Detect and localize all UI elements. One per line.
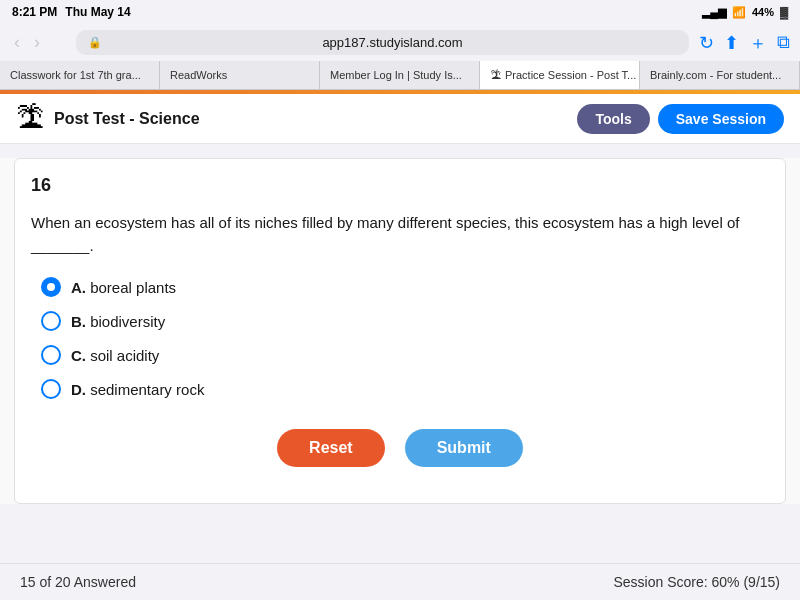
radio-a[interactable] (41, 277, 61, 297)
battery-icon: ▓ (780, 6, 788, 18)
footer: 15 of 20 Answered Session Score: 60% (9/… (0, 563, 800, 600)
lock-icon: 🔒 (88, 36, 102, 49)
share-button[interactable]: ⬆ (724, 32, 739, 54)
status-bar: 8:21 PM Thu May 14 ▂▄▆ 📶 44% ▓ (0, 0, 800, 24)
reader-mode-button[interactable] (54, 41, 66, 45)
option-d-text: sedimentary rock (90, 381, 204, 398)
signal-icon: ▂▄▆ (702, 6, 726, 19)
reload-button[interactable]: ↻ (699, 32, 714, 54)
tabs-bar: Classwork for 1st 7th gra... ReadWorks M… (0, 61, 800, 90)
tab-brainly[interactable]: Brainly.com - For student... (640, 61, 800, 89)
back-button[interactable]: ‹ (10, 30, 24, 55)
option-c-text: soil acidity (90, 347, 159, 364)
question-text: When an ecosystem has all of its niches … (31, 212, 769, 257)
reset-button[interactable]: Reset (277, 429, 385, 467)
tab-favicon-practice: 🏝 (490, 69, 501, 81)
wifi-icon: 📶 (732, 6, 746, 19)
option-b-text: biodiversity (90, 313, 165, 330)
option-d[interactable]: D. sedimentary rock (41, 379, 769, 399)
submit-button[interactable]: Submit (405, 429, 523, 467)
options-list: A. boreal plants B. biodiversity C. soil… (41, 277, 769, 399)
browser-toolbar: ‹ › 🔒 app187.studyisland.com ↻ ⬆ ＋ ⧉ (0, 24, 800, 61)
tab-member-login-label: Member Log In | Study Is... (330, 69, 462, 81)
radio-b[interactable] (41, 311, 61, 331)
option-a[interactable]: A. boreal plants (41, 277, 769, 297)
radio-c[interactable] (41, 345, 61, 365)
option-b-label: B. biodiversity (71, 313, 165, 330)
address-bar[interactable]: 🔒 app187.studyisland.com (76, 30, 689, 55)
option-c-label: C. soil acidity (71, 347, 159, 364)
option-a-letter: A. (71, 279, 86, 296)
question-card: 16 When an ecosystem has all of its nich… (14, 158, 786, 504)
action-buttons: Reset Submit (31, 429, 769, 467)
page-title: Post Test - Science (54, 110, 200, 128)
option-c-letter: C. (71, 347, 86, 364)
option-d-letter: D. (71, 381, 86, 398)
tab-member-login[interactable]: Member Log In | Study Is... (320, 61, 480, 89)
option-a-text: boreal plants (90, 279, 176, 296)
url-text: app187.studyisland.com (108, 35, 677, 50)
app-header-left: 🏝 Post Test - Science (16, 102, 200, 135)
tab-brainly-label: Brainly.com - For student... (650, 69, 781, 81)
save-session-button[interactable]: Save Session (658, 104, 784, 134)
battery-level: 44% (752, 6, 774, 18)
toolbar-actions: ↻ ⬆ ＋ ⧉ (699, 31, 790, 55)
app-header: 🏝 Post Test - Science Tools Save Session (0, 94, 800, 144)
option-c[interactable]: C. soil acidity (41, 345, 769, 365)
new-tab-button[interactable]: ＋ (749, 31, 767, 55)
main-content: 16 When an ecosystem has all of its nich… (0, 158, 800, 504)
site-logo: 🏝 (16, 102, 44, 135)
tab-classwork[interactable]: Classwork for 1st 7th gra... (0, 61, 160, 89)
nav-buttons: ‹ › (10, 30, 44, 55)
option-d-label: D. sedimentary rock (71, 381, 204, 398)
question-number: 16 (31, 175, 769, 196)
score-text: Session Score: 60% (9/15) (613, 574, 780, 590)
option-a-label: A. boreal plants (71, 279, 176, 296)
radio-d[interactable] (41, 379, 61, 399)
tab-practice-session[interactable]: 🏝 Practice Session - Post T... (480, 61, 640, 89)
tools-button[interactable]: Tools (577, 104, 649, 134)
tabs-button[interactable]: ⧉ (777, 32, 790, 53)
header-buttons: Tools Save Session (577, 104, 784, 134)
status-day: Thu May 14 (65, 5, 130, 19)
tab-classwork-label: Classwork for 1st 7th gra... (10, 69, 141, 81)
option-b[interactable]: B. biodiversity (41, 311, 769, 331)
tab-readworks[interactable]: ReadWorks (160, 61, 320, 89)
status-time: 8:21 PM (12, 5, 57, 19)
option-b-letter: B. (71, 313, 86, 330)
tab-readworks-label: ReadWorks (170, 69, 227, 81)
tab-practice-label: Practice Session - Post T... (505, 69, 636, 81)
forward-button[interactable]: › (30, 30, 44, 55)
progress-text: 15 of 20 Answered (20, 574, 136, 590)
